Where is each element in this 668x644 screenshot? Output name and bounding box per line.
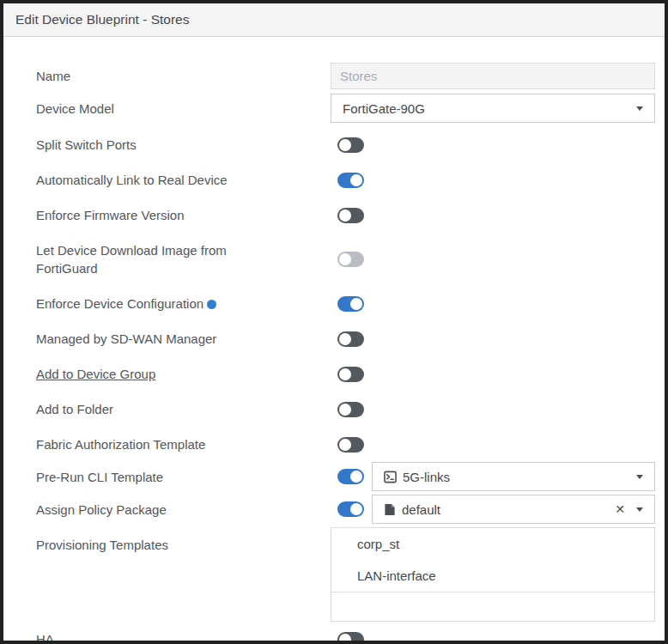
dialog-body: Name Device Model FortiGate-90G Split Sw…: [3, 37, 665, 644]
managed-by-sdwan-manager-label: Managed by SD-WAN Manager: [36, 330, 331, 348]
chevron-down-icon: [636, 507, 643, 512]
device-model-label: Device Model: [36, 100, 331, 118]
form-row-provisioning-templates: Provisioning Templates corp_st LAN-inter…: [36, 527, 655, 622]
split-switch-ports-toggle[interactable]: [337, 137, 364, 153]
enforce-firmware-version-toggle[interactable]: [337, 208, 364, 223]
ha-toggle[interactable]: [337, 632, 364, 644]
auto-link-real-device-toggle[interactable]: [337, 173, 364, 188]
let-device-download-image-toggle: [337, 252, 364, 267]
edit-device-blueprint-dialog: Edit Device Blueprint - Stores Name Devi…: [0, 0, 668, 644]
add-to-folder-label: Add to Folder: [36, 400, 331, 418]
enforce-device-configuration-label: Enforce Device Configuration: [36, 295, 331, 313]
cli-terminal-icon: [384, 471, 397, 483]
device-model-value: FortiGate-90G: [343, 101, 636, 116]
list-item[interactable]: LAN-interface: [331, 560, 654, 592]
provisioning-templates-add-input[interactable]: [331, 592, 655, 622]
form-row-auto-link-real-device: Automatically Link to Real Device: [36, 162, 655, 197]
add-to-device-group-link[interactable]: Add to Device Group: [36, 365, 331, 383]
auto-link-real-device-label: Automatically Link to Real Device: [36, 171, 331, 189]
pre-run-cli-template-label: Pre-Run CLI Template: [36, 468, 331, 486]
enforce-firmware-version-label: Enforce Firmware Version: [36, 206, 331, 224]
assign-policy-package-label: Assign Policy Package: [36, 501, 331, 519]
pre-run-cli-template-toggle[interactable]: [337, 469, 364, 484]
clear-icon[interactable]: ✕: [615, 502, 625, 516]
provisioning-templates-label: Provisioning Templates: [36, 527, 331, 554]
form-row-device-model: Device Model FortiGate-90G: [36, 94, 655, 123]
provisioning-templates-list: corp_st LAN-interface: [331, 527, 655, 592]
split-switch-ports-label: Split Switch Ports: [36, 136, 331, 154]
form-row-pre-run-cli-template: Pre-Run CLI Template 5G-links: [36, 462, 655, 491]
enforce-device-configuration-toggle[interactable]: [337, 296, 364, 312]
dialog-title: Edit Device Blueprint - Stores: [15, 12, 189, 27]
name-label: Name: [36, 67, 331, 85]
form-row-add-to-folder: Add to Folder: [36, 392, 655, 427]
fabric-authorization-template-label: Fabric Authorization Template: [36, 435, 331, 453]
chevron-down-icon: [636, 475, 643, 479]
fabric-authorization-template-toggle[interactable]: [337, 437, 364, 453]
ha-label: HA: [36, 630, 331, 644]
assign-policy-package-select[interactable]: default ✕: [372, 495, 655, 524]
form-row-enforce-firmware-version: Enforce Firmware Version: [36, 197, 655, 233]
form-row-name: Name: [36, 63, 655, 89]
let-device-download-image-label: Let Device Download Image from FortiGuar…: [36, 241, 331, 277]
list-item[interactable]: corp_st: [331, 528, 654, 560]
assign-policy-package-value: default: [402, 502, 615, 517]
form-row-split-switch-ports: Split Switch Ports: [36, 127, 655, 162]
form-row-assign-policy-package: Assign Policy Package default ✕: [36, 495, 655, 524]
chevron-down-icon: [636, 106, 643, 111]
form-row-let-device-download-image: Let Device Download Image from FortiGuar…: [36, 233, 655, 286]
add-to-folder-toggle[interactable]: [337, 402, 364, 417]
form-row-ha: HA: [36, 622, 655, 644]
form-row-add-to-device-group: Add to Device Group: [36, 356, 655, 392]
managed-by-sdwan-manager-toggle[interactable]: [337, 331, 364, 347]
pre-run-cli-template-select[interactable]: 5G-links: [372, 462, 655, 491]
name-input: [331, 63, 655, 89]
device-model-select[interactable]: FortiGate-90G: [331, 94, 655, 123]
info-dot-icon: [207, 300, 216, 309]
pre-run-cli-template-value: 5G-links: [403, 470, 636, 484]
policy-package-icon: [384, 503, 396, 516]
add-to-device-group-toggle[interactable]: [337, 367, 364, 382]
form-row-enforce-device-configuration: Enforce Device Configuration: [36, 286, 655, 321]
form-row-fabric-authorization-template: Fabric Authorization Template: [36, 427, 655, 462]
dialog-title-bar: Edit Device Blueprint - Stores: [3, 3, 665, 37]
assign-policy-package-toggle[interactable]: [337, 501, 364, 517]
form-row-managed-by-sdwan-manager: Managed by SD-WAN Manager: [36, 321, 655, 356]
